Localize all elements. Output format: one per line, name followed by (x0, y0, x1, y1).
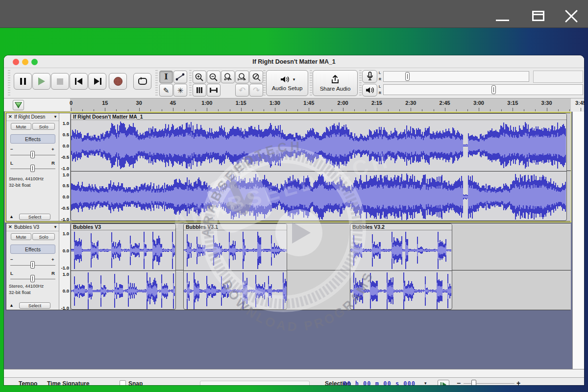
effects-button[interactable]: Effects (10, 134, 55, 144)
zoom-in-button[interactable] (193, 71, 206, 83)
effects-button[interactable]: Effects (10, 245, 55, 254)
clip-title[interactable]: Bubbles V3.1 (184, 224, 287, 230)
track-name[interactable]: Bubbles V3 (14, 224, 50, 230)
stop-button[interactable] (51, 73, 69, 90)
audio-clip[interactable]: If Right Doesn't Matter MA_1 (71, 113, 567, 221)
track-menu-caret-icon[interactable]: ▼ (53, 225, 57, 229)
draw-tool-button[interactable]: ✎ (159, 84, 173, 97)
waveform-area[interactable]: If Right Doesn't Matter MA_1 (71, 113, 571, 221)
scale-label: -0.5 (61, 206, 69, 211)
loop-button[interactable] (133, 73, 151, 90)
pan-slider-thumb[interactable] (30, 275, 35, 282)
audacity-titlebar[interactable]: If Right Doesn't Matter MA_1 (4, 55, 584, 68)
clip-title[interactable]: If Right Doesn't Matter MA_1 (71, 114, 566, 120)
share-audio-button[interactable]: Share Audio (313, 70, 358, 96)
track-name[interactable]: If Right Doesn (14, 114, 50, 120)
gain-slider-thumb[interactable] (30, 151, 35, 158)
mac-close-icon[interactable] (13, 59, 19, 65)
toolbar-grip[interactable] (263, 70, 266, 97)
waveform-area[interactable]: Bubbles V3 Bubbles V3.1 Bubbles V3.2 (71, 223, 571, 310)
skip-to-start-button[interactable] (70, 73, 88, 90)
ruler-tick (343, 108, 343, 111)
zoom-out-minus-icon[interactable]: − (457, 379, 461, 385)
trim-audio-button[interactable] (193, 84, 206, 97)
selection-format-caret-icon[interactable]: ▾ (424, 381, 427, 385)
record-meter-mic-button[interactable] (362, 70, 377, 83)
zoom-toggle-button[interactable] (249, 71, 263, 83)
scale-label: 0.0 (63, 289, 69, 294)
maximize-icon[interactable] (532, 11, 544, 21)
record-meter-indicator[interactable] (405, 72, 410, 81)
horizontal-scrollbar[interactable] (4, 369, 584, 377)
toolbar-grip[interactable] (189, 70, 192, 97)
playback-meter-indicator[interactable] (491, 85, 496, 94)
playback-meter[interactable] (383, 84, 583, 95)
collapse-icon[interactable]: ▲ (9, 303, 14, 308)
zoom-out-button[interactable] (207, 71, 220, 83)
mute-button[interactable]: Mute (11, 123, 31, 130)
solo-button[interactable]: Solo (32, 123, 55, 130)
track-header: ✕Bubbles V3▼ (6, 223, 59, 231)
track-row[interactable]: ✕If Right Doesn▼MuteSoloEffects−+LRStere… (6, 113, 570, 221)
ruler-tick (501, 109, 502, 111)
gain-slider-thumb[interactable] (30, 261, 35, 269)
ruler-tick (241, 108, 242, 111)
selection-tool-button[interactable]: I (159, 71, 173, 83)
envelope-tool-button[interactable] (173, 71, 187, 83)
record-meter[interactable] (383, 71, 529, 82)
skip-to-end-button[interactable] (88, 73, 106, 90)
mute-button[interactable]: Mute (11, 233, 31, 240)
vertical-scrollbar[interactable] (572, 112, 584, 369)
mac-minimize-icon[interactable] (22, 59, 28, 65)
pause-button[interactable] (14, 73, 32, 90)
waveform (184, 271, 287, 310)
track-row[interactable]: ✕Bubbles V3▼MuteSoloEffects−+LRStereo, 4… (6, 223, 570, 310)
audio-clip[interactable]: Bubbles V3.2 (350, 223, 452, 310)
redo-button[interactable]: ↷ (249, 84, 263, 97)
pan-max-label: R (51, 270, 55, 276)
collapse-icon[interactable]: ▲ (9, 214, 14, 219)
clip-title[interactable]: Bubbles V3 (71, 224, 175, 230)
select-button[interactable]: Select (19, 214, 50, 220)
track-menu-caret-icon[interactable]: ▼ (53, 115, 57, 119)
track-close-icon[interactable]: ✕ (8, 224, 12, 229)
select-button[interactable]: Select (19, 302, 50, 309)
solo-button[interactable]: Solo (32, 233, 55, 240)
track-area[interactable]: ✕If Right Doesn▼MuteSoloEffects−+LRStere… (4, 112, 584, 369)
vertical-scale: 1.00.50.0-0.5-1.01.00.50.0-0.5-1.0 (59, 113, 71, 221)
audio-clip[interactable]: Bubbles V3 (71, 223, 176, 310)
snap-checkbox[interactable] (120, 380, 126, 385)
toolbar-grip[interactable] (155, 70, 158, 97)
track-close-icon[interactable]: ✕ (8, 114, 12, 119)
toolbar-grip[interactable] (8, 70, 10, 97)
ruler-tick-label: 0 (70, 100, 73, 106)
play-at-speed-button[interactable] (438, 380, 449, 385)
ruler-tick (569, 109, 570, 111)
multi-tool-button[interactable]: ✳ (173, 84, 187, 97)
silence-audio-button[interactable] (207, 84, 220, 97)
record-button[interactable] (109, 73, 127, 90)
zoom-in-plus-icon[interactable]: + (516, 379, 520, 385)
close-icon[interactable] (564, 9, 578, 23)
pan-slider-thumb[interactable] (30, 165, 35, 172)
toolbar-grip[interactable] (359, 70, 362, 97)
timeline-ruler[interactable]: 01530451:001:151:301:452:002:152:302:453… (4, 98, 584, 112)
minimize-icon[interactable] (496, 20, 509, 21)
clip-title[interactable]: Bubbles V3.2 (350, 224, 452, 230)
audio-setup-button[interactable]: ▾ Audio Setup (266, 70, 308, 96)
playback-meter-speaker-button[interactable] (362, 84, 377, 97)
ruler-tick (388, 109, 389, 111)
undo-button[interactable]: ↶ (235, 84, 249, 97)
toolbar-grip[interactable] (310, 70, 312, 97)
audio-clip[interactable]: Bubbles V3.1 (183, 223, 287, 310)
selection-time-field[interactable]: 00 h 00 m 00 s 000 (343, 380, 423, 385)
gain-max-label: + (51, 257, 54, 262)
time-toolbar-field[interactable] (200, 381, 310, 385)
speed-slider-thumb[interactable] (471, 380, 476, 385)
mac-zoom-icon[interactable] (31, 59, 38, 65)
play-button[interactable] (32, 73, 50, 90)
fit-selection-button[interactable] (221, 71, 235, 83)
fit-project-button[interactable] (235, 71, 249, 83)
envelope-icon (175, 73, 185, 81)
playback-meter-channel-label: L (379, 85, 381, 88)
